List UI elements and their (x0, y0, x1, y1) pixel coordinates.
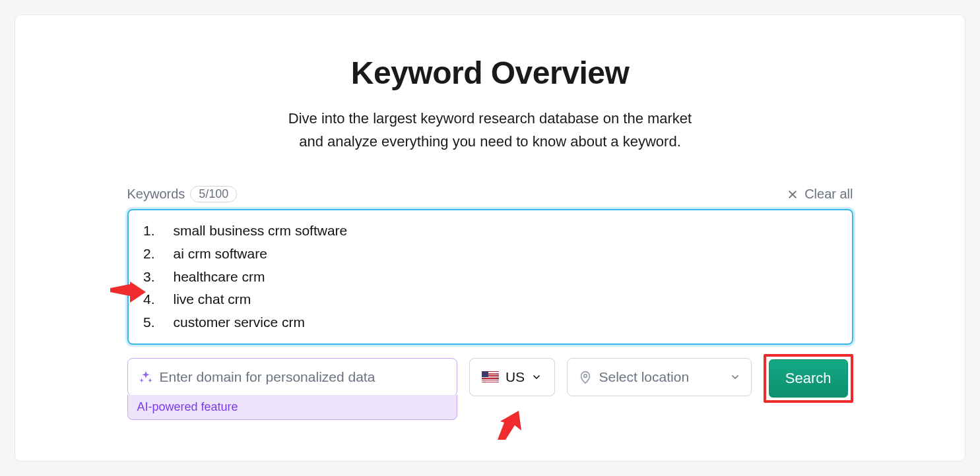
domain-input[interactable]: Enter domain for personalized data (127, 358, 457, 396)
page-subtitle: Dive into the largest keyword research d… (42, 107, 938, 153)
svg-marker-3 (110, 282, 146, 303)
keywords-counter-pill: 5/100 (190, 186, 237, 202)
search-button-highlight: Search (764, 354, 853, 403)
chevron-down-icon (531, 372, 542, 382)
main-card: Keyword Overview Dive into the largest k… (15, 15, 965, 461)
location-pin-icon (578, 370, 593, 384)
location-selector[interactable]: Select location (567, 358, 752, 396)
chevron-down-icon (730, 372, 740, 382)
keywords-label: Keywords (127, 187, 185, 202)
keyword-row: 5.customer service crm (141, 311, 840, 334)
clear-all-label: Clear all (804, 187, 853, 202)
clear-all-button[interactable]: Clear all (787, 187, 853, 202)
page-title: Keyword Overview (42, 55, 938, 91)
svg-marker-4 (498, 411, 521, 440)
country-selector[interactable]: US (469, 358, 555, 396)
keywords-label-group: Keywords 5/100 (127, 186, 238, 202)
domain-placeholder: Enter domain for personalized data (160, 369, 376, 385)
domain-section: Enter domain for personalized data AI-po… (127, 358, 457, 420)
keywords-textarea[interactable]: 1.small business crm software 2.ai crm s… (127, 209, 853, 344)
keyword-row: 3.healthcare crm (141, 266, 840, 289)
sparkle-icon (139, 370, 153, 384)
ai-powered-badge: AI-powered feature (127, 395, 457, 420)
us-flag-icon (482, 371, 499, 382)
keyword-row: 1.small business crm software (141, 220, 840, 243)
location-placeholder: Select location (599, 369, 723, 385)
country-code: US (506, 369, 525, 385)
close-icon (787, 189, 798, 200)
bottom-controls-row: Enter domain for personalized data AI-po… (127, 358, 853, 420)
keyword-row: 4.live chat crm (141, 288, 840, 311)
annotation-arrow (495, 411, 531, 440)
search-button[interactable]: Search (769, 359, 848, 398)
svg-point-2 (583, 374, 587, 377)
annotation-arrow (110, 282, 146, 305)
keywords-header-row: Keywords 5/100 Clear all (127, 186, 853, 202)
keyword-row: 2.ai crm software (141, 243, 840, 266)
controls-area: Keywords 5/100 Clear all 1.small busines… (127, 186, 853, 419)
